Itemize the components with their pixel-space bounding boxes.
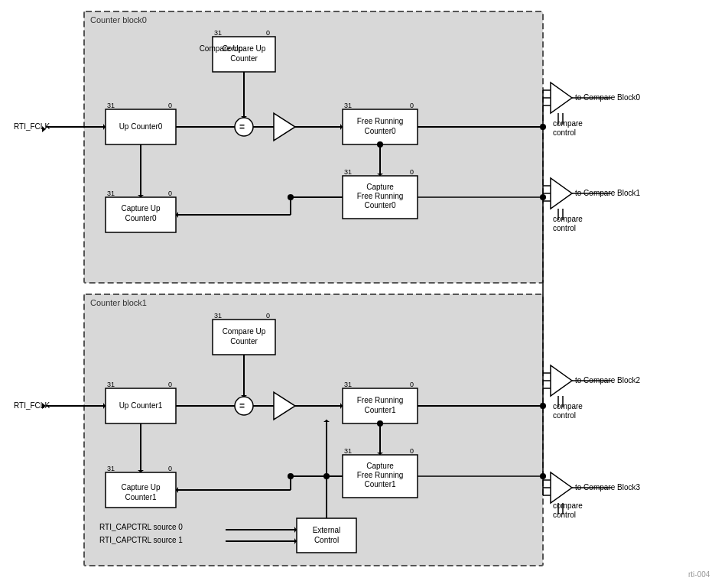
svg-point-73 [377,420,383,427]
svg-text:0: 0 [266,312,270,320]
svg-text:compare: compare [553,402,583,410]
svg-text:0: 0 [410,381,414,388]
svg-text:Compare Up: Compare Up [200,44,243,53]
svg-text:0: 0 [168,465,172,472]
svg-text:control: control [553,511,576,519]
svg-marker-89 [551,83,572,113]
svg-point-87 [323,473,330,479]
svg-text:to Compare Block0: to Compare Block0 [575,93,640,102]
svg-text:0: 0 [168,102,172,109]
svg-text:Counter0: Counter0 [364,127,396,135]
svg-text:Capture: Capture [366,183,394,191]
svg-rect-44 [343,455,418,498]
svg-marker-30 [541,124,543,130]
svg-marker-66 [274,392,295,420]
svg-text:31: 31 [344,381,352,388]
svg-marker-68 [340,403,343,409]
svg-marker-62 [241,395,247,397]
svg-rect-43 [343,388,418,423]
svg-text:compare: compare [553,215,583,223]
svg-text:Counter0: Counter0 [125,214,157,222]
svg-text:31: 31 [107,465,115,472]
svg-text:to Compare Block3: to Compare Block3 [575,483,640,492]
svg-text:31: 31 [107,381,115,388]
svg-text:=: = [239,401,245,411]
svg-text:0: 0 [266,29,270,37]
svg-text:Free Running: Free Running [357,192,404,200]
svg-point-112 [540,124,546,130]
svg-rect-2 [213,37,275,72]
svg-text:Capture Up: Capture Up [121,483,161,492]
svg-text:Counter: Counter [230,54,258,63]
svg-text:rti-004: rti-004 [688,570,710,579]
svg-point-113 [540,194,546,200]
svg-point-63 [235,397,253,415]
svg-rect-45 [106,472,176,508]
svg-rect-1 [84,294,543,566]
svg-text:control: control [553,224,576,232]
svg-text:control: control [553,128,576,137]
svg-text:31: 31 [107,190,115,197]
svg-rect-41 [213,320,275,355]
svg-marker-72 [377,453,383,455]
svg-text:Counter1: Counter1 [125,493,157,501]
svg-text:control: control [553,411,576,420]
svg-text:compare: compare [553,119,583,128]
svg-marker-70 [541,403,543,409]
svg-rect-46 [297,518,356,553]
svg-marker-86 [323,420,330,422]
svg-marker-58 [103,403,106,409]
svg-marker-77 [176,487,178,493]
svg-text:Counter1: Counter1 [364,480,396,488]
svg-marker-22 [241,116,247,118]
svg-marker-82 [294,527,297,533]
svg-text:to Compare Block2: to Compare Block2 [575,376,640,384]
svg-text:Free Running: Free Running [357,471,404,479]
svg-text:Counter: Counter [230,337,258,346]
svg-text:RTI_CAPCTRL source 0: RTI_CAPCTRL source 0 [99,523,183,531]
svg-point-33 [377,141,383,148]
svg-rect-0 [84,11,543,283]
svg-marker-28 [340,124,343,130]
svg-marker-99 [551,365,572,396]
svg-text:31: 31 [344,168,352,176]
svg-marker-147 [42,403,46,409]
svg-marker-18 [103,124,106,130]
svg-text:Control: Control [314,536,339,544]
svg-rect-3 [106,109,176,144]
svg-text:31: 31 [214,29,222,37]
svg-marker-80 [138,470,144,472]
svg-point-38 [288,194,294,200]
svg-marker-37 [176,212,178,218]
svg-text:External: External [313,526,341,534]
svg-text:Free Running: Free Running [357,117,404,125]
svg-rect-6 [106,197,176,232]
svg-rect-5 [343,176,418,219]
svg-text:Compare Up: Compare Up [223,44,266,53]
svg-marker-40 [138,195,144,197]
svg-marker-32 [377,174,383,176]
svg-text:compare: compare [553,501,583,510]
svg-point-78 [288,473,294,479]
svg-text:Compare Up: Compare Up [223,327,266,336]
svg-text:Free Running: Free Running [357,396,404,404]
svg-point-23 [235,118,253,136]
svg-marker-60 [235,403,237,409]
svg-text:31: 31 [344,447,352,455]
svg-marker-20 [235,124,237,130]
svg-text:31: 31 [214,312,222,320]
svg-marker-146 [42,126,46,132]
svg-marker-94 [551,178,572,209]
svg-text:Up Counter1: Up Counter1 [119,401,163,410]
svg-text:0: 0 [410,168,414,176]
svg-text:Counter block0: Counter block0 [90,15,147,24]
svg-marker-84 [294,538,297,544]
svg-text:RTI_FCLK: RTI_FCLK [14,401,50,410]
svg-text:0: 0 [410,447,414,455]
svg-text:31: 31 [344,102,352,109]
diagram-container: 31 0 31 0 31 0 31 0 31 0 = [0,0,728,584]
svg-text:0: 0 [168,190,172,197]
svg-text:RTI_FCLK: RTI_FCLK [14,122,50,131]
svg-text:Capture: Capture [366,462,394,470]
svg-text:Counter0: Counter0 [364,201,396,209]
